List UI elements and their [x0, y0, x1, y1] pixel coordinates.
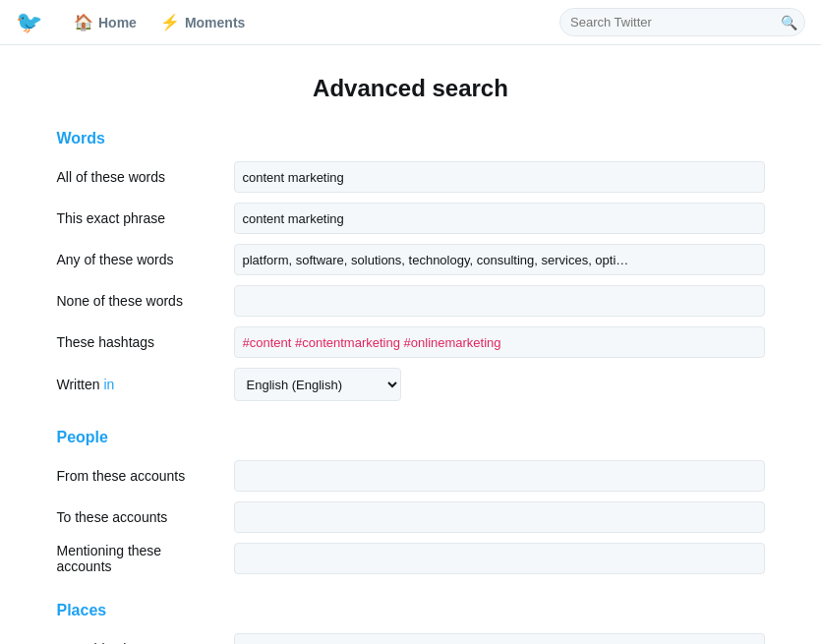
section-words-title: Words — [57, 130, 765, 147]
hashtags-label: These hashtags — [57, 334, 234, 350]
nav-home-label: Home — [98, 15, 137, 30]
section-places-title: Places — [57, 602, 765, 619]
to-accounts-input[interactable] — [234, 501, 765, 533]
mentioning-accounts-label: Mentioning these accounts — [57, 543, 234, 574]
to-accounts-label: To these accounts — [57, 509, 234, 525]
any-words-input[interactable] — [234, 244, 765, 275]
all-words-input[interactable] — [234, 161, 765, 193]
mentioning-accounts-input[interactable] — [234, 543, 765, 574]
from-accounts-input[interactable] — [234, 460, 765, 492]
language-select[interactable]: English (English) Spanish (Español) Fren… — [234, 368, 401, 401]
nav-home[interactable]: 🏠 Home — [62, 0, 148, 45]
hashtags-input[interactable] — [234, 326, 765, 358]
home-icon: 🏠 — [74, 13, 93, 31]
nav-moments-label: Moments — [185, 15, 245, 30]
from-accounts-row: From these accounts — [57, 460, 765, 492]
exact-phrase-row: This exact phrase — [57, 203, 765, 234]
none-words-row: None of these words — [57, 285, 765, 317]
section-people-title: People — [57, 429, 765, 446]
near-place-input[interactable] — [234, 633, 765, 644]
written-in-highlight: in — [103, 377, 114, 392]
near-place-row: Near this place — [57, 633, 765, 644]
none-words-input[interactable] — [234, 285, 765, 317]
navbar: 🐦 🏠 Home ⚡ Moments 🔍 — [0, 0, 821, 45]
main-content: Advanced search Words All of these words… — [37, 45, 785, 644]
moments-icon: ⚡ — [160, 13, 180, 31]
all-words-row: All of these words — [57, 161, 765, 193]
all-words-label: All of these words — [57, 169, 234, 185]
any-words-row: Any of these words — [57, 244, 765, 275]
exact-phrase-label: This exact phrase — [57, 210, 234, 226]
exact-phrase-input[interactable] — [234, 203, 765, 234]
page-title: Advanced search — [57, 75, 765, 102]
written-in-label: Written in — [57, 377, 234, 392]
written-in-row: Written in English (English) Spanish (Es… — [57, 368, 765, 401]
any-words-label: Any of these words — [57, 252, 234, 267]
mentioning-accounts-row: Mentioning these accounts — [57, 543, 765, 574]
from-accounts-label: From these accounts — [57, 468, 234, 484]
search-icon: 🔍 — [781, 15, 797, 30]
hashtags-row: These hashtags — [57, 326, 765, 358]
to-accounts-row: To these accounts — [57, 501, 765, 533]
nav-moments[interactable]: ⚡ Moments — [148, 0, 257, 45]
nav-search-wrapper: 🔍 — [559, 8, 805, 36]
nav-search-input[interactable] — [559, 8, 805, 36]
none-words-label: None of these words — [57, 293, 234, 309]
twitter-logo-icon[interactable]: 🐦 — [16, 10, 42, 35]
